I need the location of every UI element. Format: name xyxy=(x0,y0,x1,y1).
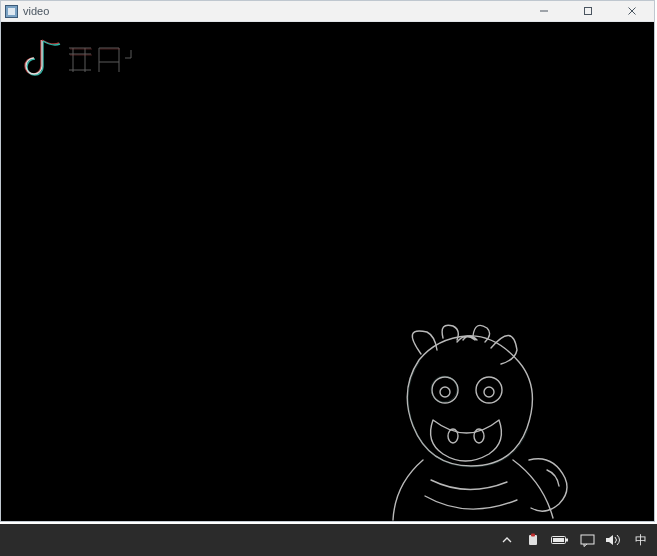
close-button[interactable] xyxy=(610,1,654,21)
titlebar: video xyxy=(1,1,654,22)
cartoon-cow-figure xyxy=(371,320,601,521)
battery-icon[interactable] xyxy=(551,524,569,556)
maximize-button[interactable] xyxy=(566,1,610,21)
svg-rect-1 xyxy=(8,8,15,15)
svg-rect-3 xyxy=(585,8,592,15)
action-center-icon[interactable] xyxy=(579,524,595,556)
tray-overflow-button[interactable] xyxy=(499,524,515,556)
video-viewport xyxy=(1,22,654,521)
system-tray: 中 xyxy=(499,524,651,556)
tray-app-icon[interactable] xyxy=(525,524,541,556)
app-window: video xyxy=(0,0,655,522)
app-icon xyxy=(5,5,18,18)
svg-rect-18 xyxy=(581,535,594,544)
ime-indicator[interactable]: 中 xyxy=(631,524,651,556)
volume-icon[interactable] xyxy=(605,524,621,556)
window-title: video xyxy=(23,5,49,17)
svg-rect-16 xyxy=(553,538,564,542)
svg-point-12 xyxy=(431,376,457,402)
taskbar: 中 xyxy=(0,524,657,556)
window-controls xyxy=(522,1,654,21)
svg-point-7 xyxy=(440,387,450,397)
svg-point-9 xyxy=(484,387,494,397)
title-left: video xyxy=(5,5,49,18)
svg-rect-17 xyxy=(566,539,568,542)
svg-point-8 xyxy=(476,377,502,403)
douyin-watermark-icon xyxy=(13,34,153,86)
minimize-button[interactable] xyxy=(522,1,566,21)
svg-rect-14 xyxy=(531,534,535,537)
